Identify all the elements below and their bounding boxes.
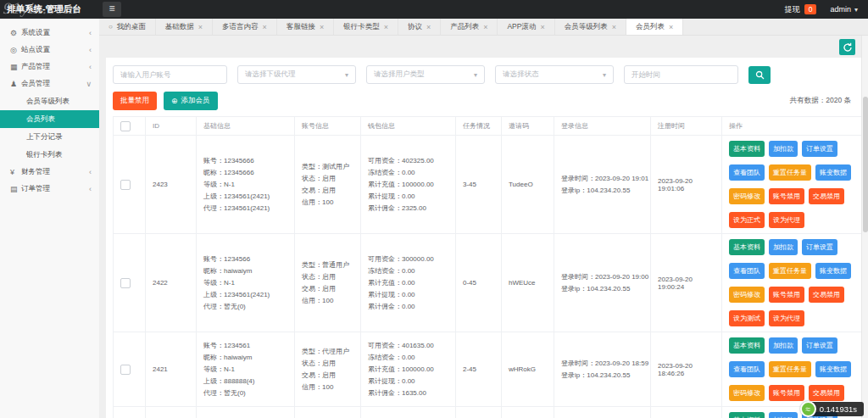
tab[interactable]: 会员等级列表 × xyxy=(555,19,626,35)
op-balance-records[interactable]: 账变数据 xyxy=(815,164,851,181)
op-set-official[interactable]: 设为正式 xyxy=(729,212,765,228)
info-line: 登录ip：104.234.20.55 xyxy=(561,185,643,197)
sidebar-subitem[interactable]: 上下分记录 xyxy=(0,128,99,146)
tab[interactable]: 银行卡类型 × xyxy=(334,19,398,35)
account-input[interactable] xyxy=(113,65,227,84)
close-icon[interactable]: × xyxy=(540,23,544,31)
close-icon[interactable]: × xyxy=(426,23,431,31)
op-order-settings[interactable]: 订单设置 xyxy=(802,337,837,354)
op-add-deduct[interactable]: 加扣款 xyxy=(769,239,798,255)
sidebar-item-user[interactable]: ♟ 会员管理 ∨ xyxy=(0,75,99,92)
cell-invite-code: wHRokG xyxy=(502,332,554,407)
op-change-password[interactable]: 密码修改 xyxy=(729,188,765,204)
withdraw-menu[interactable]: 提现 0 xyxy=(785,4,817,15)
tab[interactable]: 多语言内容 × xyxy=(213,19,277,35)
op-order-settings[interactable]: 订单设置 xyxy=(802,141,837,157)
tab-label: 多语言内容 xyxy=(222,22,259,32)
sidebar-item-label: 站点设置 xyxy=(21,45,50,55)
tab[interactable]: 协议 × xyxy=(398,19,441,35)
sidebar-item-label: 产品管理 xyxy=(21,62,50,72)
close-icon[interactable]: × xyxy=(320,23,324,31)
column-header: 钱包信息 xyxy=(361,117,456,136)
op-reset-task[interactable]: 重置任务量 xyxy=(769,361,811,377)
op-add-deduct[interactable]: 加扣款 xyxy=(769,412,798,418)
op-basic-profile[interactable]: 基本资料 xyxy=(729,337,765,354)
select-all-checkbox[interactable] xyxy=(120,121,131,131)
op-add-deduct[interactable]: 加扣款 xyxy=(769,337,798,354)
row-checkbox[interactable] xyxy=(120,180,131,190)
sidebar-subitem[interactable]: 会员列表 xyxy=(0,110,99,128)
scrollbar-thumb[interactable] xyxy=(863,97,868,232)
op-reset-task[interactable]: 重置任务量 xyxy=(769,164,811,181)
op-add-deduct[interactable]: 加扣款 xyxy=(769,141,798,157)
close-icon[interactable]: × xyxy=(483,23,487,31)
sidebar-item-list[interactable]: ▤ 订单管理 ‹ xyxy=(0,181,99,198)
start-time-input[interactable] xyxy=(624,65,738,84)
info-line: 累计提现：0.00 xyxy=(368,191,448,203)
row-checkbox[interactable] xyxy=(120,365,131,375)
agent-select[interactable]: 请选择下级代理 ▾ xyxy=(237,65,356,84)
table-row: 2421 账号：1234561昵称：haiwaiym等级：N-1上级：88888… xyxy=(114,332,866,407)
batch-disable-button[interactable]: 批量禁用 xyxy=(113,92,157,110)
op-basic-profile[interactable]: 基本资料 xyxy=(729,141,765,157)
user-type-select[interactable]: 请选择用户类型 ▾ xyxy=(366,65,485,84)
tab[interactable]: 基础数据 × xyxy=(156,19,213,35)
op-change-password[interactable]: 密码修改 xyxy=(729,385,765,401)
refresh-button[interactable] xyxy=(839,39,855,55)
op-view-team[interactable]: 查看团队 xyxy=(729,164,765,181)
tab[interactable]: ○ 我的桌面 xyxy=(99,19,156,35)
sidebar-subitem[interactable]: 银行卡列表 xyxy=(0,146,99,164)
op-order-settings[interactable]: 订单设置 xyxy=(802,239,837,255)
sidebar-item-gear[interactable]: ⚙ 系统设置 ‹ xyxy=(0,25,99,42)
scrollbar-track[interactable] xyxy=(861,36,868,418)
op-disable-account[interactable]: 账号禁用 xyxy=(769,385,804,401)
op-disable-account[interactable]: 账号禁用 xyxy=(769,287,804,303)
chevron-icon: ‹ xyxy=(89,29,92,37)
search-button[interactable] xyxy=(748,66,771,84)
close-icon[interactable]: × xyxy=(669,23,673,31)
row-checkbox[interactable] xyxy=(120,278,131,288)
tab[interactable]: 客服链接 × xyxy=(277,19,334,35)
member-table: ID基础信息账号信息钱包信息任务情况邀请码登录信息注册时间操作 2423 账号：… xyxy=(113,116,866,418)
sidebar-item-money[interactable]: ¥ 财务管理 ‹ xyxy=(0,164,99,181)
sidebar-item-grid[interactable]: ▦ 产品管理 ‹ xyxy=(0,59,99,75)
op-balance-records[interactable]: 账变数据 xyxy=(815,361,851,377)
op-set-test[interactable]: 设为测试 xyxy=(729,310,765,326)
close-icon[interactable]: × xyxy=(198,23,203,31)
status-select[interactable]: 请选择状态 ▾ xyxy=(495,65,614,84)
user-menu[interactable]: admin ▾ xyxy=(830,5,858,14)
op-set-agent[interactable]: 设为代理 xyxy=(769,212,804,228)
op-basic-profile[interactable]: 基本资料 xyxy=(729,239,765,255)
op-disable-trade[interactable]: 交易禁用 xyxy=(809,385,844,401)
op-view-team[interactable]: 查看团队 xyxy=(729,361,765,377)
action-bar: 批量禁用 ⊕ 添加会员 共有数据：2020 条 xyxy=(113,92,854,110)
tab[interactable]: 产品列表 × xyxy=(441,19,498,35)
add-member-button[interactable]: ⊕ 添加会员 xyxy=(164,92,218,110)
chevron-down-icon: ▾ xyxy=(603,71,606,79)
tab[interactable]: 会员列表 × xyxy=(626,19,683,35)
hamburger-icon[interactable]: ≡ xyxy=(103,2,121,17)
op-reset-task[interactable]: 重置任务量 xyxy=(769,263,811,279)
close-icon[interactable]: × xyxy=(612,23,616,31)
info-line: 等级：N-1 xyxy=(203,277,287,289)
sidebar-item-globe[interactable]: ◎ 站点设置 ‹ xyxy=(0,42,99,59)
op-balance-records[interactable]: 账变数据 xyxy=(815,263,851,279)
op-disable-trade[interactable]: 交易禁用 xyxy=(809,287,844,303)
close-icon[interactable]: × xyxy=(263,23,267,31)
op-set-agent[interactable]: 设为代理 xyxy=(769,310,804,326)
chevron-icon: ∨ xyxy=(86,80,92,88)
money-icon: ¥ xyxy=(10,168,21,176)
column-header: 账号信息 xyxy=(295,117,361,136)
info-line: 累计提现：0.00 xyxy=(368,289,448,301)
cell-base-info: 账号：1234566昵称：haiwaiym等级：N-1上级：1234561(24… xyxy=(203,254,287,313)
cell-account-info: 类型：代理用户状态：启用交易：启用信用：100 xyxy=(302,346,353,393)
op-view-team[interactable]: 查看团队 xyxy=(729,263,765,279)
op-disable-trade[interactable]: 交易禁用 xyxy=(809,188,844,204)
op-basic-profile[interactable]: 基本资料 xyxy=(729,412,765,418)
close-icon[interactable]: × xyxy=(384,23,388,31)
sidebar-subitem[interactable]: 会员等级列表 xyxy=(0,92,99,110)
tab[interactable]: APP滚动 × xyxy=(498,19,554,35)
op-disable-account[interactable]: 账号禁用 xyxy=(769,188,804,204)
column-header: 注册时间 xyxy=(651,117,722,136)
op-change-password[interactable]: 密码修改 xyxy=(729,287,765,303)
